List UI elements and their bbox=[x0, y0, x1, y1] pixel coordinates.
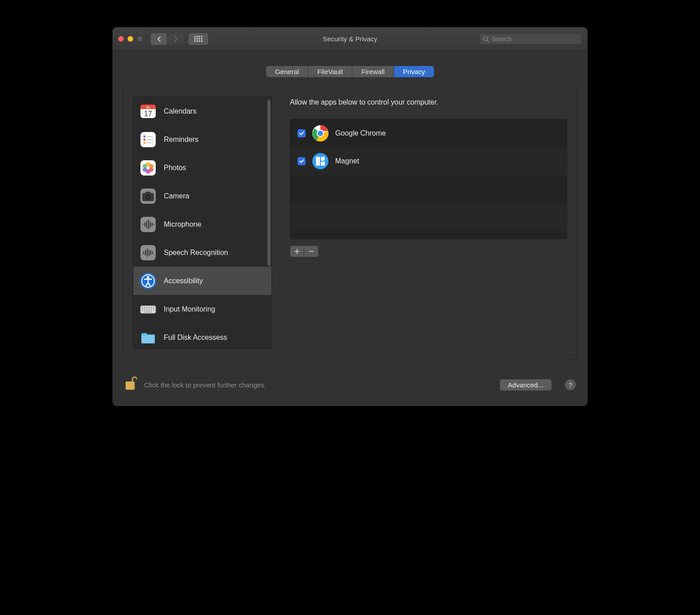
svg-rect-66 bbox=[149, 309, 150, 311]
search-input[interactable] bbox=[492, 35, 578, 43]
svg-rect-3 bbox=[201, 36, 202, 37]
svg-rect-62 bbox=[153, 307, 154, 308]
search-field-wrap[interactable] bbox=[479, 33, 582, 45]
svg-rect-69 bbox=[144, 312, 152, 312]
app-row-empty bbox=[290, 175, 567, 203]
svg-text:JUL: JUL bbox=[146, 106, 150, 109]
svg-rect-2 bbox=[199, 36, 200, 37]
sidebar-item-label: Camera bbox=[164, 192, 189, 200]
svg-rect-7 bbox=[201, 38, 202, 40]
sidebar-item-microphone[interactable]: Microphone bbox=[133, 210, 271, 238]
tab-privacy[interactable]: Privacy bbox=[394, 66, 434, 77]
tab-general[interactable]: General bbox=[266, 66, 308, 77]
lock-text: Click the lock to prevent further change… bbox=[144, 381, 266, 389]
nav-buttons bbox=[151, 33, 208, 45]
detail-pane: Allow the apps below to control your com… bbox=[290, 97, 567, 349]
sidebar-item-camera[interactable]: Camera bbox=[133, 182, 271, 210]
lock-open-icon bbox=[124, 376, 137, 391]
app-row-chrome[interactable]: Google Chrome bbox=[290, 119, 567, 147]
sidebar-item-calendars[interactable]: JUL17 Calendars bbox=[133, 97, 271, 125]
svg-text:17: 17 bbox=[144, 110, 152, 118]
svg-rect-35 bbox=[145, 192, 151, 194]
svg-point-22 bbox=[144, 141, 146, 144]
minimize-window-button[interactable] bbox=[127, 36, 133, 42]
svg-rect-8 bbox=[194, 40, 196, 42]
tab-filevault[interactable]: FileVault bbox=[308, 66, 352, 77]
svg-rect-77 bbox=[321, 162, 325, 166]
pane-description: Allow the apps below to control your com… bbox=[290, 98, 567, 106]
search-icon bbox=[483, 36, 489, 42]
sidebar-item-full-disk-access[interactable]: Full Disk Accessess bbox=[133, 323, 271, 348]
app-list[interactable]: Google Chrome Magnet bbox=[290, 119, 567, 239]
app-row-magnet[interactable]: Magnet bbox=[290, 147, 567, 175]
check-icon bbox=[299, 158, 304, 164]
svg-rect-64 bbox=[144, 309, 145, 311]
speech-icon bbox=[140, 244, 157, 261]
advanced-button[interactable]: Advanced... bbox=[500, 379, 551, 391]
add-button[interactable] bbox=[290, 246, 304, 257]
svg-point-37 bbox=[147, 195, 150, 198]
sidebar-item-photos[interactable]: Photos bbox=[133, 154, 271, 182]
svg-point-73 bbox=[318, 131, 323, 136]
svg-rect-68 bbox=[153, 309, 154, 311]
traffic-lights bbox=[118, 36, 143, 42]
sidebar-item-reminders[interactable]: Reminders bbox=[133, 125, 271, 154]
svg-rect-0 bbox=[194, 36, 196, 37]
plus-icon bbox=[294, 249, 300, 254]
svg-rect-67 bbox=[151, 309, 152, 311]
keyboard-icon bbox=[140, 301, 157, 318]
zoom-window-button[interactable] bbox=[137, 36, 143, 42]
svg-rect-10 bbox=[199, 40, 200, 42]
sidebar-item-speech[interactable]: Speech Recognition bbox=[133, 238, 271, 267]
svg-rect-46 bbox=[140, 245, 156, 260]
accessibility-icon bbox=[140, 272, 157, 290]
content-frame: JUL17 Calendars Reminders Photos bbox=[122, 85, 578, 360]
footer: Click the lock to prevent further change… bbox=[113, 369, 587, 406]
chevron-right-icon bbox=[174, 36, 179, 42]
svg-rect-76 bbox=[321, 157, 325, 161]
svg-point-20 bbox=[144, 135, 146, 137]
tab-firewall[interactable]: Firewall bbox=[352, 66, 394, 77]
sidebar-item-input-monitoring[interactable]: Input Monitoring bbox=[133, 295, 271, 323]
svg-rect-5 bbox=[197, 38, 198, 40]
svg-rect-6 bbox=[199, 38, 200, 40]
svg-point-21 bbox=[144, 138, 146, 141]
svg-rect-4 bbox=[194, 38, 196, 40]
show-all-button[interactable] bbox=[188, 33, 208, 45]
sidebar-item-label: Photos bbox=[164, 164, 186, 172]
app-checkbox[interactable] bbox=[298, 129, 306, 137]
tabbar: General FileVault Firewall Privacy bbox=[266, 66, 434, 77]
app-row-empty bbox=[290, 231, 567, 239]
app-checkbox[interactable] bbox=[298, 157, 306, 165]
svg-rect-70 bbox=[141, 335, 155, 343]
grid-icon bbox=[194, 36, 202, 42]
svg-rect-59 bbox=[146, 307, 148, 308]
sidebar-item-label: Input Monitoring bbox=[164, 305, 215, 313]
privacy-category-list[interactable]: JUL17 Calendars Reminders Photos bbox=[133, 97, 272, 349]
forward-button[interactable] bbox=[168, 33, 184, 45]
lock-button[interactable] bbox=[124, 376, 137, 393]
chrome-icon bbox=[312, 125, 329, 142]
scrollbar[interactable] bbox=[267, 100, 271, 266]
help-button[interactable]: ? bbox=[565, 379, 576, 390]
tab-row: General FileVault Firewall Privacy bbox=[113, 51, 587, 77]
back-button[interactable] bbox=[151, 33, 167, 45]
sidebar-item-accessibility[interactable]: Accessibility bbox=[133, 267, 271, 295]
chevron-left-icon bbox=[157, 36, 162, 42]
app-name-label: Magnet bbox=[335, 157, 359, 165]
svg-rect-1 bbox=[197, 36, 198, 37]
sidebar-item-label: Full Disk Accessess bbox=[164, 334, 227, 342]
microphone-icon bbox=[140, 216, 157, 233]
remove-button[interactable] bbox=[304, 246, 319, 257]
svg-rect-60 bbox=[149, 307, 150, 308]
sidebar-item-label: Accessibility bbox=[164, 277, 203, 285]
titlebar: Security & Privacy bbox=[113, 27, 587, 51]
reminders-icon bbox=[140, 131, 157, 148]
sidebar-item-label: Speech Recognition bbox=[164, 249, 228, 257]
svg-rect-65 bbox=[146, 309, 148, 311]
check-icon bbox=[299, 131, 304, 136]
svg-rect-75 bbox=[316, 157, 320, 166]
sidebar-item-label: Reminders bbox=[164, 136, 198, 144]
close-window-button[interactable] bbox=[118, 36, 124, 42]
app-row-empty bbox=[290, 203, 567, 231]
